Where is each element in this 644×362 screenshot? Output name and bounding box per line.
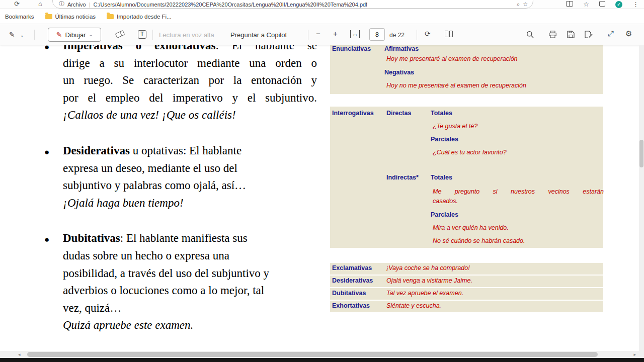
url-scheme-label: Archivo (67, 2, 86, 8)
pdf-page: ● Imperativas o exhortativas: El hablant… (0, 45, 639, 351)
table-block-enunciativas: Enunciativas Afirmativas Hoy me presenta… (330, 45, 603, 94)
ask-copilot-button[interactable]: Preguntar a Copilot (230, 31, 287, 39)
horizontal-scrollbar-thumb[interactable] (27, 352, 598, 357)
fit-width-icon[interactable]: ↔ (350, 30, 360, 38)
save-icon[interactable] (567, 31, 575, 40)
search-icon[interactable] (526, 31, 534, 40)
split-screen-icon[interactable] (566, 1, 573, 8)
print-icon[interactable] (549, 31, 556, 40)
vertical-scrollbar[interactable] (639, 45, 644, 351)
extension-badge-icon[interactable]: ✓ (615, 1, 622, 8)
page-number-input[interactable] (369, 28, 385, 41)
zoom-in-icon[interactable]: + (333, 29, 338, 38)
paragraph-line: por el empleo del imperativo y el subjun… (63, 89, 317, 107)
example-cell: ¿Te gusta el té? (433, 123, 477, 130)
table-block-interrogativas: Interrogativas Directas Totales ¿Te gust… (330, 107, 603, 248)
sub-header: Afirmativas (384, 45, 419, 52)
example-line: ¡Ojalá haga buen tiempo! (63, 195, 317, 212)
example-cell: Hoy no me presentaré al examen de recupe… (386, 82, 526, 89)
table-row-exclamativas: Exclamativas ¡Vaya coche se ha comprado! (330, 263, 603, 275)
home-icon[interactable]: ⌂ (38, 0, 42, 8)
bookmarks-label: Bookmarks (5, 14, 34, 20)
bullet-marker: ● (44, 231, 49, 249)
paragraph-line: posibilidad, a través del uso del subjun… (63, 265, 317, 283)
row-header: Enunciativas (332, 45, 371, 52)
paragraph-line: dirige a su interlocutor mediante una or… (63, 55, 317, 72)
bookmark-folder-ultimas-noticias[interactable]: Últimas noticias (45, 14, 96, 20)
example-line: ¡Callaos de una vez! ¡Que os calléis! (63, 107, 317, 124)
paragraph-line: un ruego. Se caracterizan por la entonac… (63, 72, 317, 89)
eraser-icon[interactable] (115, 30, 125, 38)
add-text-icon[interactable]: T (138, 30, 146, 39)
document-text-column: ● Imperativas o exhortativas: El hablant… (63, 45, 317, 351)
paragraph-line: subjuntivo y palabras como ojalá, así… (63, 177, 317, 195)
draw-chevron-icon: ⌄ (89, 32, 93, 37)
folder-icon (45, 14, 52, 19)
paragraph-line: expresa un deseo, mediante el uso del (63, 160, 317, 177)
draw-pen-icon: ✎ (56, 31, 62, 39)
sub-header: Directas (386, 110, 411, 117)
sub-header: Parciales (431, 136, 458, 143)
reload-icon[interactable]: ⟳ (14, 0, 20, 8)
sub-header: Negativas (384, 69, 414, 76)
row-header: Interrogativas (332, 110, 374, 117)
paragraph-line: dudas sobre un hecho o expresa una (63, 247, 317, 265)
read-aloud-button[interactable]: Lectura en voz alta (159, 31, 214, 39)
vertical-scrollbar-thumb[interactable] (639, 140, 643, 167)
settings-gear-icon[interactable]: ⚙ (625, 29, 632, 38)
paragraph-line: Imperativas o exhortativas: El hablante … (63, 45, 317, 55)
browser-address-bar: ⟳ ⌂ ⓘ Archivo | C:/Users/Alumno/Document… (0, 0, 644, 9)
zoom-page-icon[interactable]: ⌕ (517, 1, 520, 8)
favorites-bar-icon[interactable]: ☆ (583, 1, 589, 8)
scroll-left-icon[interactable]: ◂ (18, 352, 21, 357)
scrollbar-corner (639, 351, 644, 358)
example-cell: ¡Vaya coche se ha comprado! (386, 264, 470, 272)
pen-style-icon[interactable]: ✎ (9, 31, 15, 39)
bottom-edge-strip (0, 358, 644, 362)
row-header: Exhortativas (332, 302, 370, 309)
page-view-icon[interactable] (445, 31, 453, 37)
table-row-desiderativas: Desiderativas Ojalá venga a visitarme Ja… (330, 276, 603, 287)
favorite-star-icon[interactable]: ☆ (523, 1, 528, 8)
example-cell: Me pregunto si nuestros vecinos estarán … (433, 187, 604, 206)
paragraph-line: adverbios o locuciones como a lo mejor, … (63, 282, 317, 300)
collections-icon[interactable] (599, 1, 605, 8)
rotate-icon[interactable]: ⟳ (425, 30, 431, 38)
scroll-right-icon[interactable]: ▸ (633, 352, 636, 357)
horizontal-scrollbar[interactable]: ◂ ▸ (0, 351, 639, 358)
url-separator: | (89, 2, 91, 8)
bullet-item-dubitativas: ● Dubitativas: El hablante manifiesta su… (63, 230, 317, 334)
bookmark-label: Importado desde Fi... (117, 14, 172, 20)
bullet-marker: ● (44, 144, 49, 161)
more-menu-icon[interactable]: ⋮ (632, 1, 639, 8)
example-cell: No sé cuándo se habrán casado. (433, 237, 525, 244)
info-icon[interactable]: ⓘ (59, 0, 64, 8)
paragraph-line: Desiderativas u optativas: El hablante (63, 142, 317, 160)
pen-style-chevron-icon[interactable]: ⌄ (20, 33, 24, 38)
save-as-icon[interactable] (585, 31, 593, 40)
url-box[interactable]: ⓘ Archivo | C:/Users/Alumno/Documents/20… (52, 0, 533, 9)
sub-header: Totales (431, 110, 452, 117)
browser-action-icons: ☆ ✓ ⋮ (566, 1, 639, 8)
example-cell: Ojalá venga a visitarme Jaime. (386, 277, 472, 284)
sub-header: Totales (431, 174, 452, 181)
zoom-out-icon[interactable]: − (316, 29, 320, 38)
url-text[interactable]: C:/Users/Alumno/Documents/20222023%20CEP… (94, 2, 368, 8)
draw-button-label: Dibujar (65, 31, 86, 39)
paragraph-line: vez, quizá… (63, 300, 317, 317)
example-cell: ¿Cuál es tu actor favorito? (433, 149, 507, 156)
sub-header: Parciales (431, 211, 458, 218)
table-row-dubitativas: Dubitativas Tal vez apruebe el examen. (330, 288, 603, 300)
fullscreen-icon[interactable]: ⤢ (608, 29, 614, 38)
draw-button[interactable]: ✎ Dibujar ⌄ (48, 28, 101, 42)
bullet-marker: ● (44, 45, 49, 56)
table-row-exhortativas: Exhortativas Siéntate y escucha. (330, 301, 603, 312)
sub-header: Indirectas* (386, 174, 419, 181)
row-header: Exclamativas (332, 264, 372, 272)
bookmark-folder-importado[interactable]: Importado desde Fi... (107, 14, 172, 20)
row-header: Desiderativas (332, 277, 373, 284)
pdf-toolbar: ✎ ⌄ ✎ Dibujar ⌄ T Lectura en voz alta Pr… (0, 24, 644, 45)
bookmarks-bar: Bookmarks Últimas noticias Importado des… (0, 9, 644, 24)
folder-icon (107, 14, 114, 19)
example-cell: Hoy me presentaré al examen de recuperac… (386, 55, 518, 62)
